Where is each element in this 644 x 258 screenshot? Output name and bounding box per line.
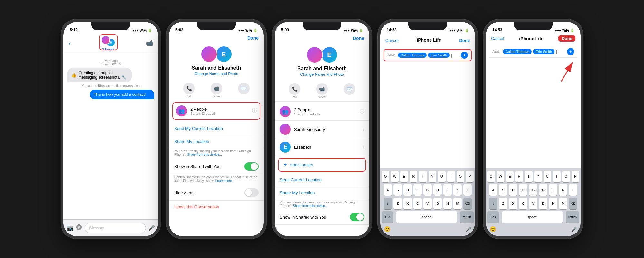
k5-return[interactable]: return xyxy=(566,211,579,223)
key-w[interactable]: w xyxy=(391,171,399,182)
key-b[interactable]: b xyxy=(433,198,442,209)
key-h[interactable]: h xyxy=(433,184,442,196)
to-field-4[interactable]: Add: Cullen Thomas Erin Smith | + xyxy=(384,49,472,61)
key-p[interactable]: p xyxy=(466,171,474,182)
key-l[interactable]: l xyxy=(463,184,472,196)
show-shared-toggle-2[interactable] xyxy=(244,162,259,171)
back-button[interactable]: ‹ xyxy=(69,40,71,47)
k5-g[interactable]: g xyxy=(529,184,537,196)
done-btn-4[interactable]: Done xyxy=(459,38,470,43)
k5-delete[interactable]: ⌫ xyxy=(569,198,577,209)
k5-j[interactable]: j xyxy=(549,184,557,196)
key-x[interactable]: x xyxy=(403,198,412,209)
call-btn-3[interactable]: 📞 call xyxy=(289,83,300,99)
key-o[interactable]: o xyxy=(457,171,464,182)
k5-l[interactable]: l xyxy=(569,184,577,196)
k5-p[interactable]: p xyxy=(572,171,579,182)
k5-y[interactable]: y xyxy=(534,171,542,182)
done-btn-5[interactable]: Done xyxy=(558,35,575,42)
leave-row[interactable]: Leave this Conversation xyxy=(169,200,264,213)
k5-m[interactable]: m xyxy=(559,198,567,209)
camera-icon[interactable]: 📷 xyxy=(67,224,74,232)
share-device-link[interactable]: Share from this device... xyxy=(187,153,222,156)
k5-c[interactable]: c xyxy=(519,198,527,209)
key-y[interactable]: y xyxy=(429,171,436,182)
add-person-btn-4[interactable]: + xyxy=(461,52,468,59)
cancel-btn-4[interactable]: Cancel xyxy=(385,38,398,43)
share-location-3[interactable]: Share My Location xyxy=(275,186,369,199)
tag-erin[interactable]: Erin Smith xyxy=(428,53,450,58)
k5-v[interactable]: v xyxy=(529,198,537,209)
key-i[interactable]: i xyxy=(447,171,455,182)
key-q[interactable]: q xyxy=(382,171,389,182)
k5-e[interactable]: e xyxy=(506,171,514,182)
people-row-3[interactable]: 👥 2 People Sarah, Elisabeth ⓘ xyxy=(275,103,369,121)
k5-n[interactable]: n xyxy=(549,198,557,209)
show-shared-toggle-3[interactable] xyxy=(350,213,364,221)
k5-w[interactable]: w xyxy=(497,171,504,182)
show-shared-row-3[interactable]: Show in Shared with You xyxy=(275,210,369,225)
key-space[interactable]: space xyxy=(396,211,457,223)
k5-d[interactable]: d xyxy=(509,184,517,196)
k5-shift[interactable]: ⇧ xyxy=(489,198,497,209)
key-a[interactable]: a xyxy=(384,184,392,196)
key-c[interactable]: c xyxy=(413,198,422,209)
key-u[interactable]: u xyxy=(438,171,446,182)
tag-cullen-5[interactable]: Cullen Thomas xyxy=(503,49,532,54)
k5-x[interactable]: x xyxy=(509,198,517,209)
mail-btn[interactable]: ✉️ xyxy=(238,83,250,98)
key-d[interactable]: d xyxy=(403,184,412,196)
call-btn[interactable]: 📞 call xyxy=(183,83,195,98)
message-input[interactable]: iMessage xyxy=(85,223,146,233)
key-shift[interactable]: ⇧ xyxy=(384,198,392,209)
k5-u[interactable]: u xyxy=(544,171,551,182)
k5-z[interactable]: z xyxy=(499,198,507,209)
info-sub-3[interactable]: Change Name and Photo xyxy=(300,72,344,77)
k5-o[interactable]: o xyxy=(562,171,570,182)
dictate-btn-4[interactable]: 🎤 xyxy=(466,227,471,232)
dictate-btn-5[interactable]: 🎤 xyxy=(571,227,577,232)
key-e[interactable]: e xyxy=(400,171,408,182)
k5-i[interactable]: i xyxy=(553,171,561,182)
k5-f[interactable]: f xyxy=(519,184,527,196)
people-row-highlighted[interactable]: 👥 2 People Sarah, Elisabeth ⓘ xyxy=(172,102,260,120)
video-btn[interactable]: 📹 video xyxy=(211,83,222,98)
share-link-3[interactable]: Share from this device... xyxy=(293,204,327,208)
mail-btn-3[interactable]: ✉️ xyxy=(344,83,355,99)
cancel-btn-5[interactable]: Cancel xyxy=(491,36,504,41)
k5-123[interactable]: 123 xyxy=(487,211,499,223)
done-label-2[interactable]: Done xyxy=(247,35,259,41)
tag-cullen[interactable]: Cullen Thomas xyxy=(398,53,427,58)
k5-space[interactable]: space xyxy=(502,211,563,223)
hide-alerts-row[interactable]: Hide Alerts xyxy=(169,185,264,200)
learn-more[interactable]: Learn more... xyxy=(215,179,234,183)
group-avatar[interactable]: E 3 People xyxy=(101,35,115,51)
video-btn-3[interactable]: 📹 video xyxy=(316,83,328,99)
key-j[interactable]: j xyxy=(443,184,452,196)
key-s[interactable]: s xyxy=(393,184,402,196)
k5-q[interactable]: q xyxy=(487,171,495,182)
k5-a[interactable]: a xyxy=(489,184,497,196)
info-sub-2[interactable]: Change Name and Photo xyxy=(194,72,238,76)
key-t[interactable]: t xyxy=(419,171,427,182)
tag-erin-5[interactable]: Erin Smith xyxy=(533,49,554,54)
send-location-3[interactable]: Send Current Location xyxy=(275,174,369,186)
k5-b[interactable]: b xyxy=(539,198,547,209)
key-n[interactable]: n xyxy=(443,198,452,209)
key-k[interactable]: k xyxy=(453,184,462,196)
show-shared-row-2[interactable]: Show in Shared with You xyxy=(169,159,264,174)
elisabeth-row[interactable]: E Elisabeth › xyxy=(275,138,369,156)
key-delete[interactable]: ⌫ xyxy=(463,198,472,209)
add-person-btn-5[interactable]: + xyxy=(567,48,574,55)
send-location-link-2[interactable]: Send My Current Location xyxy=(169,122,264,135)
video-call-icon[interactable]: 📹 xyxy=(146,40,153,47)
apps-icon[interactable]: 🅐 xyxy=(76,224,82,231)
add-contact-row[interactable]: + Add Contact xyxy=(278,158,366,172)
k5-k[interactable]: k xyxy=(559,184,567,196)
k5-t[interactable]: t xyxy=(525,171,532,182)
key-m[interactable]: m xyxy=(453,198,462,209)
key-f[interactable]: f xyxy=(413,184,422,196)
key-r[interactable]: r xyxy=(410,171,417,182)
done-label-3[interactable]: Done xyxy=(353,36,364,41)
key-123[interactable]: 123 xyxy=(382,211,393,223)
